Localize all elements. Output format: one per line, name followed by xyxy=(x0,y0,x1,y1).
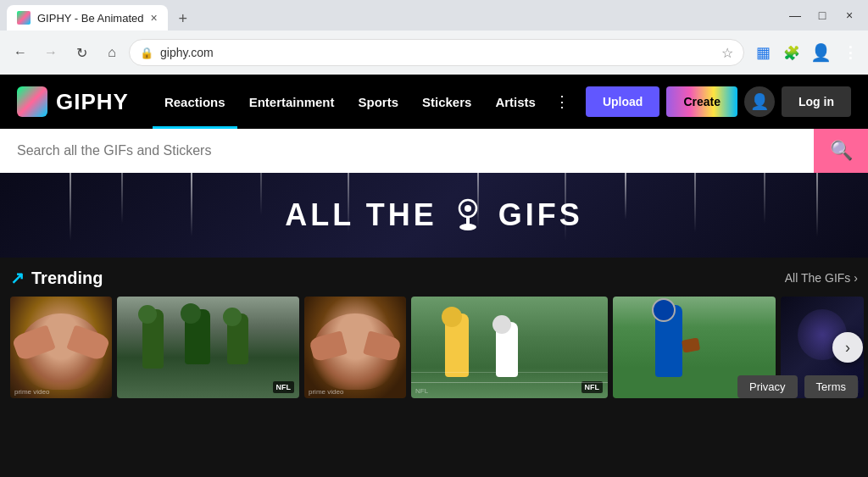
extensions-grid-icon[interactable]: ▦ xyxy=(751,41,775,64)
tab-favicon xyxy=(17,11,31,25)
nav-link-stickers-label: Stickers xyxy=(422,95,471,109)
nav-link-sports[interactable]: Sports xyxy=(346,75,410,129)
active-tab[interactable]: GIPHY - Be Animated × xyxy=(7,5,168,31)
minimize-button[interactable]: — xyxy=(783,3,807,27)
tab-close-button[interactable]: × xyxy=(151,12,158,24)
nav-link-stickers[interactable]: Stickers xyxy=(410,75,483,129)
all-gifs-arrow-icon: › xyxy=(854,271,858,285)
search-input[interactable] xyxy=(17,129,814,173)
avatar-icon[interactable]: 👤 xyxy=(809,41,832,64)
watermark: prime video xyxy=(14,388,49,396)
search-button[interactable]: 🔍 xyxy=(814,129,868,173)
watermark-4: NFL xyxy=(415,387,428,395)
window-controls: — □ × xyxy=(783,3,861,27)
nav-links: Reactions Entertainment Sports Stickers … xyxy=(153,75,586,129)
trending-arrow-icon: ↗ xyxy=(10,268,25,288)
lock-icon: 🔒 xyxy=(140,47,153,59)
svg-point-1 xyxy=(465,205,471,212)
forward-button[interactable]: → xyxy=(37,39,64,66)
tab-title: GIPHY - Be Animated xyxy=(37,12,144,25)
nav-link-reactions-label: Reactions xyxy=(164,95,225,109)
new-tab-button[interactable]: + xyxy=(171,7,195,31)
nav-link-artists[interactable]: Artists xyxy=(483,75,548,129)
trending-title: ↗ Trending xyxy=(10,268,103,288)
nav-link-sports-label: Sports xyxy=(358,95,398,109)
title-bar: GIPHY - Be Animated × + — □ × xyxy=(0,0,868,31)
refresh-button[interactable]: ↻ xyxy=(68,39,95,66)
trending-label: Trending xyxy=(31,269,103,288)
login-button[interactable]: Log in xyxy=(782,86,851,117)
search-icon: 🔍 xyxy=(830,140,853,162)
back-button[interactable]: ← xyxy=(7,39,34,66)
gif-item[interactable]: prime video xyxy=(10,297,112,398)
close-window-button[interactable]: × xyxy=(837,3,861,27)
gif-item[interactable]: NFL xyxy=(117,297,299,398)
gif-item[interactable]: NFL NFL xyxy=(411,297,608,398)
giphy-logo[interactable]: GIPHY xyxy=(17,86,129,117)
nav-actions: Upload Create 👤 Log in xyxy=(586,86,851,117)
nfl-badge-1: NFL xyxy=(273,381,295,393)
address-text: giphy.com xyxy=(160,46,715,59)
home-button[interactable]: ⌂ xyxy=(98,39,125,66)
nav-link-entertainment-label: Entertainment xyxy=(249,95,335,109)
banner-text: ALL THE GIFS xyxy=(285,194,582,236)
banner-text-2: GIFS xyxy=(498,197,583,233)
address-bar[interactable]: 🔒 giphy.com ☆ xyxy=(129,39,744,66)
banner: ALL THE GIFS xyxy=(0,173,868,258)
browser-extensions: ▦ 🧩 👤 ⋮ xyxy=(751,41,861,64)
nav-link-artists-label: Artists xyxy=(495,95,536,109)
browser-menu-icon[interactable]: ⋮ xyxy=(837,41,861,64)
all-gifs-text: All The GIFs xyxy=(785,271,851,285)
all-gifs-link[interactable]: All The GIFs › xyxy=(785,271,858,285)
nav-link-reactions[interactable]: Reactions xyxy=(153,75,237,129)
svg-point-3 xyxy=(459,224,476,230)
footer: Privacy Terms xyxy=(727,369,868,405)
trending-header: ↗ Trending All The GIFs › xyxy=(10,268,858,288)
logo-icon xyxy=(17,86,47,117)
giphy-navbar: GIPHY Reactions Entertainment Sports Sti… xyxy=(0,75,868,129)
nav-link-entertainment[interactable]: Entertainment xyxy=(237,75,347,129)
browser-chrome: GIPHY - Be Animated × + — □ × ← → ↻ ⌂ 🔒 … xyxy=(0,0,868,75)
maximize-button[interactable]: □ xyxy=(810,3,834,27)
emmy-icon xyxy=(451,194,485,236)
user-icon[interactable]: 👤 xyxy=(744,86,775,117)
puzzle-icon[interactable]: 🧩 xyxy=(780,41,804,64)
tab-area: GIPHY - Be Animated × + xyxy=(7,0,783,31)
upload-button[interactable]: Upload xyxy=(586,86,659,117)
next-button[interactable]: › xyxy=(832,332,863,363)
privacy-button[interactable]: Privacy xyxy=(737,375,798,398)
watermark-3: prime video xyxy=(309,388,343,396)
giphy-app: GIPHY Reactions Entertainment Sports Sti… xyxy=(0,75,868,405)
nfl-badge-2: NFL xyxy=(581,381,604,393)
search-bar: 🔍 xyxy=(0,129,868,173)
terms-button[interactable]: Terms xyxy=(804,375,858,398)
more-menu-icon[interactable]: ⋮ xyxy=(548,75,576,129)
gif-item[interactable]: prime video xyxy=(304,297,406,398)
create-button[interactable]: Create xyxy=(666,86,737,117)
logo-text: GIPHY xyxy=(56,89,129,115)
bookmark-icon[interactable]: ☆ xyxy=(721,45,733,61)
banner-text-1: ALL THE xyxy=(285,197,437,233)
nav-bar: ← → ↻ ⌂ 🔒 giphy.com ☆ ▦ 🧩 👤 ⋮ xyxy=(0,31,868,75)
